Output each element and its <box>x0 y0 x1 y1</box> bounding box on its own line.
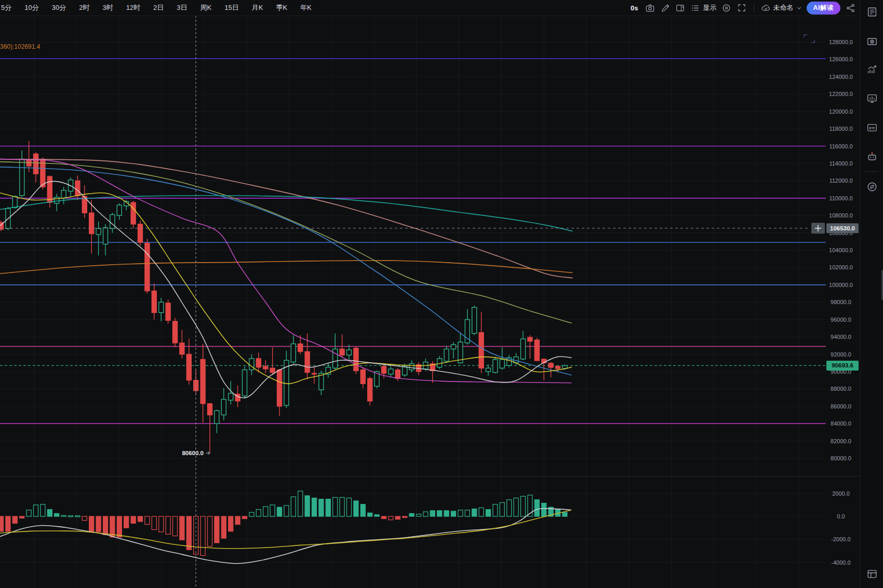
axis-label: 104000.0 <box>829 247 853 253</box>
candle-body <box>263 366 268 369</box>
candle-body <box>298 344 303 352</box>
histogram-bar <box>47 510 52 516</box>
histogram-bar <box>89 516 94 532</box>
histogram-bar <box>430 511 435 516</box>
timeframe-item[interactable]: 15日 <box>224 3 238 12</box>
histogram-bar <box>173 516 178 536</box>
histogram-bar <box>200 516 205 555</box>
candle-body <box>159 302 164 312</box>
histogram-bar <box>41 504 45 516</box>
candle-body <box>229 393 233 400</box>
candle-body <box>528 337 532 341</box>
axis-label: 98000.0 <box>831 299 851 305</box>
candle-body <box>34 154 38 174</box>
histogram-bar <box>563 512 567 516</box>
main-chart[interactable]: 128000.0126000.0124000.0122000.0120000.0… <box>0 16 860 588</box>
display-button[interactable]: 显示 <box>703 3 717 12</box>
candle-body <box>47 176 52 202</box>
trend-icon[interactable] <box>866 64 878 75</box>
candle-body <box>486 368 491 372</box>
timeframe-item[interactable]: 5分 <box>1 3 11 12</box>
histogram-bar <box>354 501 358 516</box>
axis-label: 106530.0 <box>830 225 855 231</box>
candle-body <box>403 366 407 375</box>
candle-body <box>389 369 393 374</box>
axis-label: 124000.0 <box>829 74 853 80</box>
share-icon[interactable] <box>845 3 855 13</box>
candle-body <box>256 359 261 367</box>
timeframe-item[interactable]: 12时 <box>126 3 140 12</box>
layout-icon[interactable] <box>866 568 878 580</box>
timeframe-item[interactable]: 3日 <box>177 3 187 12</box>
axis-label: 110000.0 <box>829 195 852 201</box>
histogram-bar <box>382 516 386 518</box>
camera-icon[interactable] <box>645 3 655 13</box>
news-icon[interactable] <box>866 6 878 18</box>
histogram-bar <box>263 507 268 516</box>
candle-body <box>221 399 226 415</box>
etf-icon[interactable]: ETF <box>866 122 878 133</box>
histogram-bar <box>493 504 498 516</box>
candle-body <box>354 348 358 371</box>
indicator-target-icon[interactable] <box>721 3 732 13</box>
histogram-bar <box>208 516 212 546</box>
candle-body <box>110 215 115 229</box>
axis-label: 88000.0 <box>831 386 851 392</box>
candle-body <box>138 224 143 242</box>
axis-label: 90693.6 <box>832 362 853 368</box>
candle-body <box>521 339 526 359</box>
histogram-bar <box>319 499 324 516</box>
histogram-bar <box>326 499 330 516</box>
histogram-bar <box>270 505 275 516</box>
candle-body <box>534 340 539 361</box>
histogram-bar <box>61 515 66 516</box>
timeframe-item[interactable]: 3时 <box>102 3 113 12</box>
market-chart-icon[interactable] <box>866 93 878 104</box>
ai-analysis-button[interactable]: AI解读 <box>807 2 841 15</box>
timeframe-item[interactable]: 2日 <box>153 3 164 12</box>
price-icon[interactable] <box>866 36 878 47</box>
candle-body <box>12 196 17 208</box>
candle-body <box>145 243 150 291</box>
timeframe-item[interactable]: 季K <box>276 3 287 12</box>
candle-body <box>312 373 317 374</box>
axis-label: -4000.0 <box>831 559 850 566</box>
histogram-bar <box>26 510 31 516</box>
axis-label: 114000.0 <box>829 160 852 167</box>
histogram-bar <box>472 509 477 516</box>
candle-body <box>472 307 477 333</box>
histogram-bar <box>138 516 143 522</box>
layout-name-button[interactable]: 未命名 <box>761 3 802 13</box>
histogram-bar <box>277 507 282 516</box>
draw-icon[interactable] <box>660 3 671 13</box>
candle-body <box>186 354 191 380</box>
chart-area: 360):102691.4 128000.0126000.0124000.012… <box>0 16 860 588</box>
list-icon[interactable] <box>690 3 701 13</box>
timeframe-item[interactable]: 周K <box>200 3 212 12</box>
histogram-bar <box>451 511 456 516</box>
histogram-bar <box>180 516 184 540</box>
histogram-bar <box>229 516 233 531</box>
histogram-bar <box>34 505 38 516</box>
candle-body <box>215 411 219 423</box>
timeframe-item[interactable]: 月K <box>252 3 263 12</box>
axis-label: 2000.0 <box>832 490 850 497</box>
timeframe-item[interactable]: 年K <box>300 3 312 12</box>
fullscreen-icon[interactable] <box>737 3 747 13</box>
low-annotation: 80600.0 <box>182 450 204 456</box>
top-toolbar: 5分10分30分2时3时12时2日3日周K15日月K季K年K 0s 显示 未命名… <box>0 0 860 16</box>
histogram-bar <box>368 513 372 516</box>
candle-body <box>89 213 94 234</box>
timeframe-item[interactable]: 30分 <box>52 3 66 12</box>
candle-body <box>277 370 282 406</box>
new-pane-icon[interactable] <box>675 3 686 13</box>
axis-label: 108000.0 <box>829 212 853 218</box>
histogram-bar <box>159 516 164 532</box>
convert-icon[interactable] <box>866 181 878 193</box>
ai-robot-icon[interactable] <box>866 151 878 162</box>
histogram-bar <box>291 497 296 516</box>
candle-body <box>333 349 338 368</box>
timeframe-item[interactable]: 10分 <box>24 3 38 12</box>
histogram-bar <box>465 510 470 516</box>
timeframe-item[interactable]: 2时 <box>79 3 89 12</box>
